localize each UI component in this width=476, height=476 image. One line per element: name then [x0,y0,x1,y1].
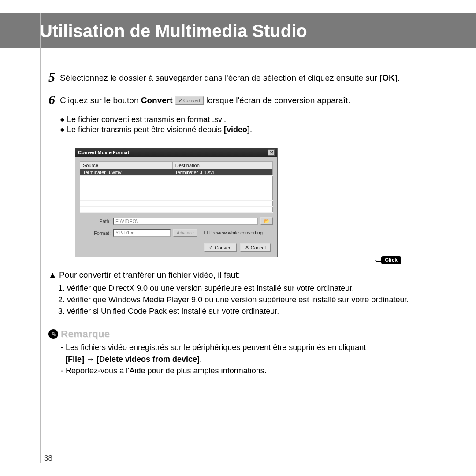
table-row [80,201,273,207]
format-select[interactable]: YP-D1 ▾ [113,229,171,237]
requirements-list: 1. vérifier que DirectX 9.0 ou une versi… [58,283,445,317]
step-5: 5 Sélectionnez le dossier à sauvegarder … [48,71,445,84]
step-text: Cliquez sur le bouton Convert ✓Convert l… [60,93,350,107]
format-row: Format: YP-D1 ▾ Advance ☐ Preview while … [80,229,273,237]
step-text: Sélectionnez le dossier à sauvegarder da… [60,71,400,84]
browse-button[interactable]: 📂 [260,217,273,225]
step-number: 6 [48,93,60,106]
table-row [80,182,273,188]
file-table: Source Destination Terminater-3.wmv Term… [80,161,273,213]
convert-dialog: Convert Movie Format ✕ Source Destinatio… [75,148,278,257]
content-area: 5 Sélectionnez le dossier à sauvegarder … [48,71,445,376]
dialog-actions: ✓ Convert ✕ Cancel [80,243,273,252]
path-label: Path: [89,219,111,224]
note-line: - Les fichiers vidéo enregistrés sur le … [61,342,445,364]
table-row [80,207,273,213]
list-item: 1. vérifier que DirectX 9.0 ou une versi… [58,283,445,294]
convert-button[interactable]: ✓ Convert [204,243,237,252]
path-row: Path: F:\VIDEO\ 📂 [80,217,273,225]
page-header: Utilisation de Multimedia Studio [0,13,476,48]
note-line: - Reportez-vous à l'Aide pour de plus am… [61,365,445,376]
step-6: 6 Cliquez sur le bouton Convert ✓Convert… [48,93,445,107]
list-item: 3. vérifier si Unified Code Pack est ins… [58,305,445,317]
format-label: Format: [89,231,111,236]
note-section: ✎ Remarque - Les fichiers vidéo enregist… [48,328,445,376]
step-6-bullets: ● Le fichier converti est transmis en fo… [60,115,445,134]
dialog-titlebar: Convert Movie Format ✕ [75,148,277,157]
page-title: Utilisation de Multimedia Studio [40,21,307,41]
table-row [80,188,273,194]
requirements-section: ▲ Pour convertir et tranférer un fichier… [48,270,445,317]
preview-checkbox[interactable]: ☐ Preview while converting [204,230,263,236]
list-item: 2. vérifier que Windows Media Player 9.0… [58,294,445,305]
note-title: Remarque [61,328,110,340]
bullet: ● Le fichier converti est transmis en fo… [60,115,445,124]
convert-inline-button-image: ✓Convert [175,96,204,105]
dialog-screenshot: Convert Movie Format ✕ Source Destinatio… [75,148,445,257]
col-destination: Destination [172,162,272,169]
bullet: ● Le fichier transmis peut être visionné… [60,125,445,134]
close-icon[interactable]: ✕ [268,149,275,156]
path-input[interactable]: F:\VIDEO\ [113,218,258,225]
col-source: Source [80,162,173,169]
table-row[interactable]: Terminater-3.wmv Terminater-3-1.svi [80,169,273,176]
click-callout: Click [381,256,401,264]
table-row [80,194,273,201]
note-icon: ✎ [48,329,58,339]
page-number: 38 [44,454,52,463]
cancel-button[interactable]: ✕ Cancel [240,243,271,252]
note-body: - Les fichiers vidéo enregistrés sur le … [61,342,445,376]
step-number: 5 [48,71,60,84]
advance-button[interactable]: Advance [173,229,197,237]
requirements-heading: ▲ Pour convertir et tranférer un fichier… [48,270,445,280]
left-margin-rule [40,13,41,463]
dialog-title-text: Convert Movie Format [78,150,129,155]
table-row [80,176,273,182]
